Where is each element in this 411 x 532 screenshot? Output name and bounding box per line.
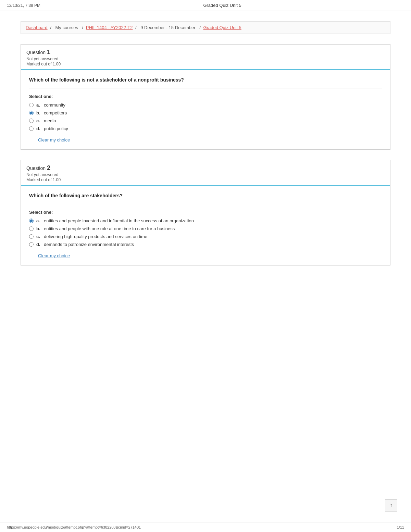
breadcrumb-sep1: /: [50, 25, 52, 30]
option-list-2: a. entities and people invested and infl…: [29, 218, 382, 247]
question-mark-1: Marked out of 1.00: [26, 62, 385, 66]
clear-choice-2[interactable]: Clear my choice: [38, 253, 70, 258]
radio-1c[interactable]: [29, 119, 34, 123]
option-1a: a. community: [29, 102, 382, 108]
option-letter-2d: d.: [36, 242, 42, 247]
option-letter-1b: b.: [36, 110, 42, 115]
select-one-label-1: Select one:: [29, 94, 382, 99]
datetime: 12/13/21, 7:38 PM: [7, 3, 40, 8]
question-body-2: Which of the following are stakeholders?…: [21, 185, 390, 265]
option-text-1b: competitors: [44, 110, 67, 115]
option-2b: b. entities and people with one role at …: [29, 226, 382, 231]
clear-choice-1[interactable]: Clear my choice: [38, 137, 70, 143]
divider-1: [29, 88, 382, 88]
breadcrumb-dashboard[interactable]: Dashboard: [26, 25, 48, 30]
question-number-2: Question 2: [26, 164, 385, 172]
select-one-label-2: Select one:: [29, 210, 382, 215]
bottom-url: https://my.uopeople.edu/mod/quiz/attempt…: [7, 525, 141, 529]
main-content: Dashboard / My courses / PHIL 1404 - AY2…: [0, 11, 411, 286]
question-text-2: Which of the following are stakeholders?: [29, 193, 382, 198]
question-meta-1: Question 1 Not yet answered Marked out o…: [21, 45, 390, 69]
scroll-up-icon: ↑: [390, 502, 393, 508]
breadcrumb-week: 9 December - 15 December: [140, 25, 195, 30]
option-text-2d: demands to patronize environmental inter…: [44, 242, 134, 247]
breadcrumb-sep2: /: [82, 25, 85, 30]
option-text-1c: media: [44, 118, 56, 123]
question-status-1: Not yet answered: [26, 57, 385, 61]
page-title: Graded Quiz Unit 5: [203, 3, 241, 8]
question-body-1: Which of the following is not a stakehol…: [21, 69, 390, 149]
radio-2b[interactable]: [29, 226, 34, 231]
option-letter-1d: d.: [36, 126, 42, 131]
option-text-2c: delivering high-quality products and ser…: [44, 234, 147, 239]
option-text-1d: public policy: [44, 126, 68, 131]
option-2c: c. delivering high-quality products and …: [29, 234, 382, 239]
radio-1a[interactable]: [29, 103, 34, 107]
option-letter-1a: a.: [36, 102, 42, 108]
option-1b: b. competitors: [29, 110, 382, 115]
radio-2d[interactable]: [29, 242, 34, 247]
question-meta-2: Question 2 Not yet answered Marked out o…: [21, 160, 390, 185]
bottom-pagenum: 1/11: [397, 525, 404, 529]
breadcrumb-quiz[interactable]: Graded Quiz Unit 5: [203, 25, 241, 30]
option-list-1: a. community b. competitors c. media d. …: [29, 102, 382, 131]
radio-1d[interactable]: [29, 126, 34, 131]
top-bar: 12/13/21, 7:38 PM Graded Quiz Unit 5: [0, 0, 411, 11]
radio-2a[interactable]: [29, 219, 34, 223]
question-number-1: Question 1: [26, 49, 385, 56]
breadcrumb-mycourses: My courses: [55, 25, 78, 30]
breadcrumb-course[interactable]: PHIL 1404 - AY2022-T2: [86, 25, 133, 30]
radio-2c[interactable]: [29, 234, 34, 239]
option-letter-2c: c.: [36, 234, 42, 239]
option-2a: a. entities and people invested and infl…: [29, 218, 382, 223]
divider-2: [29, 204, 382, 204]
option-letter-2a: a.: [36, 218, 42, 223]
option-text-2b: entities and people with one role at one…: [44, 226, 175, 231]
question-mark-2: Marked out of 1.00: [26, 177, 385, 182]
question-block-2: Question 2 Not yet answered Marked out o…: [21, 160, 390, 265]
scroll-to-top-button[interactable]: ↑: [385, 499, 397, 511]
breadcrumb-sep3: /: [135, 25, 138, 30]
question-status-2: Not yet answered: [26, 172, 385, 177]
question-text-1: Which of the following is not a stakehol…: [29, 77, 382, 83]
bottom-bar: https://my.uopeople.edu/mod/quiz/attempt…: [0, 522, 411, 532]
breadcrumb: Dashboard / My courses / PHIL 1404 - AY2…: [21, 21, 390, 34]
option-text-2a: entities and people invested and influen…: [44, 218, 194, 223]
option-1d: d. public policy: [29, 126, 382, 131]
option-2d: d. demands to patronize environmental in…: [29, 242, 382, 247]
option-letter-1c: c.: [36, 118, 42, 123]
option-1c: c. media: [29, 118, 382, 123]
question-block-1: Question 1 Not yet answered Marked out o…: [21, 44, 390, 150]
option-letter-2b: b.: [36, 226, 42, 231]
radio-1b[interactable]: [29, 111, 34, 115]
option-text-1a: community: [44, 102, 65, 108]
breadcrumb-sep4: /: [199, 25, 202, 30]
